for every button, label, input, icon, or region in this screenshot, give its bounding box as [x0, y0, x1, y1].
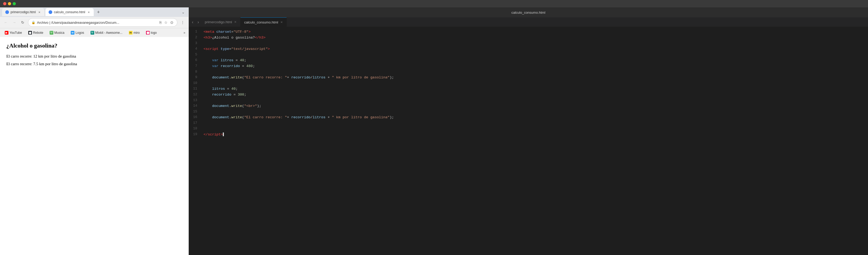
bookmarks-more-button[interactable]: » — [184, 31, 185, 35]
code-line-4: <script type="text/javascript"> — [204, 46, 868, 52]
browser-panel: primercodigo.html ✕ calculo_consumo.html… — [0, 7, 189, 255]
youtube-icon: ▶ — [5, 31, 8, 35]
editor-tab-close-1[interactable]: ✕ — [234, 20, 237, 24]
line-number-19: 19 — [189, 132, 202, 137]
line-number-17: 17 — [189, 120, 202, 126]
editor-panel: calculo_consumo.html ‹ › primercodigo.ht… — [189, 7, 868, 255]
main-container: primercodigo.html ✕ calculo_consumo.html… — [0, 7, 868, 255]
page-heading: ¿Alcohol o gasolina? — [6, 42, 182, 49]
code-line-18 — [204, 126, 868, 132]
line-number-16: 16 — [189, 115, 202, 120]
bookmark-star-icon[interactable]: ☆ — [164, 20, 168, 25]
bookmark-musica-label: Musica — [54, 31, 64, 35]
code-line-14: document.write("<br>"); — [204, 103, 868, 109]
line-number-15: 15 — [189, 109, 202, 115]
tab-favicon-1 — [5, 10, 9, 14]
line-number-6: 6 — [189, 58, 202, 63]
line-number-10: 10 — [189, 80, 202, 86]
code-container[interactable]: 12345678910111213141516171819 <meta char… — [189, 27, 868, 255]
tab-overflow-button[interactable]: ⌄ — [180, 9, 186, 15]
line-number-7: 7 — [189, 63, 202, 69]
tab-label-1: primercodigo.html — [10, 10, 36, 14]
tab-close-2[interactable]: ✕ — [87, 10, 91, 14]
editor-tab-2[interactable]: calculo_consumo.html ✕ — [241, 18, 287, 27]
code-line-7: var recorrido = 480; — [204, 63, 868, 69]
code-line-9: document.write("El carro recorre: "+ rec… — [204, 75, 868, 81]
rebote-icon: ⬤ — [28, 31, 32, 35]
code-line-13 — [204, 97, 868, 103]
code-line-15 — [204, 109, 868, 115]
editor-nav-forward[interactable]: › — [195, 19, 201, 26]
browser-tab-2[interactable]: calculo_consumo.html ✕ — [45, 8, 94, 16]
editor-nav-back[interactable]: ‹ — [190, 19, 195, 26]
traffic-lights — [3, 2, 16, 5]
bookmark-rebote-label: Rebote — [33, 31, 43, 35]
page-line-1: El carro recorre: 12 km por litro de gas… — [6, 53, 182, 59]
browser-content: ¿Alcohol o gasolina? El carro recorre: 1… — [0, 37, 188, 255]
close-button[interactable] — [3, 2, 6, 5]
editor-tab-bar: ‹ › primercodigo.html ✕ calculo_consumo.… — [189, 18, 868, 27]
line-number-14: 14 — [189, 103, 202, 109]
line-number-2: 2 — [189, 35, 202, 41]
code-line-10 — [204, 80, 868, 86]
line-number-5: 5 — [189, 52, 202, 58]
back-button[interactable]: ← — [3, 19, 9, 26]
miro-icon: m — [129, 31, 132, 35]
bookmarks-bar: ▶ YouTube ⬤ Rebote M Musica W Logos M — [0, 28, 188, 37]
reload-button[interactable]: ↻ — [20, 19, 26, 26]
address-actions: ⎘ ☆ ⊙ — [159, 20, 174, 25]
code-line-17 — [204, 120, 868, 126]
bookmark-miro[interactable]: m miro — [127, 30, 141, 35]
page-line-2: El carro recorre: 7.5 km por litro de ga… — [6, 61, 182, 67]
forward-button[interactable]: → — [11, 19, 18, 26]
line-number-1: 1 — [189, 29, 202, 35]
title-bar — [0, 0, 868, 7]
code-line-6: var litros = 40; — [204, 58, 868, 63]
bookmark-musica[interactable]: M Musica — [48, 30, 66, 35]
line-number-18: 18 — [189, 126, 202, 132]
tab-favicon-2 — [49, 10, 52, 14]
profile-icon[interactable]: ⊙ — [170, 20, 174, 25]
bookmark-youtube-label: YouTube — [9, 31, 22, 35]
line-number-4: 4 — [189, 46, 202, 52]
code-line-5 — [204, 52, 868, 58]
bookmark-logos-label: Logos — [75, 31, 84, 35]
tab-bar: primercodigo.html ✕ calculo_consumo.html… — [0, 7, 188, 17]
line-numbers: 12345678910111213141516171819 — [189, 27, 202, 255]
line-number-11: 11 — [189, 86, 202, 92]
bookmark-youtube[interactable]: ▶ YouTube — [3, 30, 24, 35]
code-line-2: <h3>¿Alcohol o gasolina?</h3> — [204, 35, 868, 41]
code-content[interactable]: <meta charset="UTF-8"><h3>¿Alcohol o gas… — [202, 27, 868, 255]
editor-title: calculo_consumo.html — [512, 10, 546, 14]
code-line-1: <meta charset="UTF-8"> — [204, 29, 868, 35]
bookmark-logo-label: logo — [151, 31, 157, 35]
browser-tab-1[interactable]: primercodigo.html ✕ — [2, 8, 44, 16]
editor-tab-label-1: primercodigo.html — [205, 20, 232, 24]
new-tab-button[interactable]: + — [95, 8, 102, 16]
address-text: Archivo | /Users/paulaandreavanegasgarzo… — [37, 21, 157, 25]
editor-tab-label-2: calculo_consumo.html — [244, 20, 278, 24]
extensions-button[interactable]: ⋮ — [180, 19, 186, 26]
bookmark-rebote[interactable]: ⬤ Rebote — [27, 30, 45, 35]
logo-icon: ⬤ — [146, 31, 150, 35]
editor-title-bar: calculo_consumo.html — [189, 7, 868, 18]
bookmark-logos[interactable]: W Logos — [69, 30, 86, 35]
screen-cast-icon[interactable]: ⎘ — [159, 20, 162, 25]
bookmark-logo[interactable]: ⬤ logo — [145, 30, 158, 35]
address-input-wrap[interactable]: 🔒 Archivo | /Users/paulaandreavanegasgar… — [28, 18, 177, 27]
minimize-button[interactable] — [8, 2, 11, 5]
code-line-11: litros = 40; — [204, 86, 868, 92]
line-number-9: 9 — [189, 75, 202, 81]
bookmark-mixkit[interactable]: M Mixkit - Awesome... — [89, 30, 124, 35]
editor-tab-1[interactable]: primercodigo.html ✕ — [201, 18, 241, 27]
code-line-19: </script>▌ — [204, 132, 868, 137]
maximize-button[interactable] — [13, 2, 16, 5]
mixkit-icon: M — [91, 31, 94, 35]
tab-label-2: calculo_consumo.html — [54, 10, 85, 14]
address-bar: ← → ↻ 🔒 Archivo | /Users/paulaandreavane… — [0, 17, 188, 28]
line-number-3: 3 — [189, 40, 202, 46]
tab-close-1[interactable]: ✕ — [37, 10, 41, 14]
line-number-8: 8 — [189, 69, 202, 75]
editor-tab-close-2[interactable]: ✕ — [280, 21, 283, 24]
line-number-13: 13 — [189, 97, 202, 103]
